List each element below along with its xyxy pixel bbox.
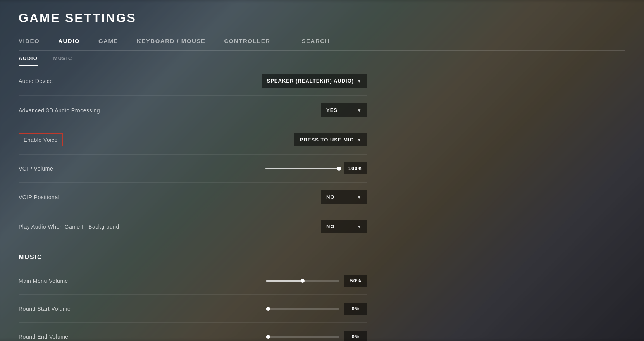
setting-row-round-start-volume: Round Start Volume 0% [19, 295, 367, 323]
dropdown-advanced-3d-audio[interactable]: YES ▼ [321, 103, 367, 117]
setting-control-audio-device: SPEAKER (REALTEK(R) AUDIO) ▼ [262, 74, 368, 88]
voip-volume-slider-fill [265, 168, 339, 169]
setting-row-audio-device: Audio Device SPEAKER (REALTEK(R) AUDIO) … [19, 66, 367, 96]
tab-game[interactable]: Game [89, 34, 127, 50]
setting-row-enable-voice: Enable Voice PRESS TO USE MIC ▼ [19, 125, 367, 155]
setting-control-voip-volume: 100% [265, 162, 367, 174]
music-section-header: Music [19, 241, 367, 267]
round-end-volume-slider-thumb[interactable] [266, 335, 270, 339]
header: GAME SETTINGS Video Audio Game Keyboard … [0, 0, 644, 51]
setting-control-advanced-3d-audio: YES ▼ [321, 103, 367, 117]
search-button[interactable]: Search [293, 34, 336, 50]
setting-label-audio-device: Audio Device [19, 78, 53, 84]
setting-control-round-start-volume: 0% [266, 303, 367, 315]
voip-volume-slider-track[interactable] [265, 168, 339, 169]
dropdown-play-audio-background[interactable]: NO ▼ [321, 220, 367, 233]
tab-audio[interactable]: Audio [49, 34, 89, 50]
page-title: GAME SETTINGS [19, 11, 625, 25]
setting-row-voip-volume: VOIP Volume 100% [19, 155, 367, 183]
setting-control-enable-voice: PRESS TO USE MIC ▼ [294, 133, 367, 146]
setting-control-play-audio-background: NO ▼ [321, 220, 367, 233]
round-start-volume-slider-track[interactable] [266, 308, 339, 310]
main-menu-volume-slider-fill [266, 280, 303, 282]
setting-control-main-menu-volume: 50% [266, 275, 367, 287]
dropdown-voip-positional[interactable]: NO ▼ [321, 190, 367, 204]
search-label: Search [302, 38, 330, 44]
tab-keyboard-mouse[interactable]: Keyboard / Mouse [127, 34, 215, 50]
setting-label-round-end-volume: Round End Volume [19, 334, 69, 340]
chevron-down-icon: ▼ [357, 195, 362, 200]
main-menu-volume-value: 50% [344, 275, 367, 287]
round-start-volume-value: 0% [344, 303, 367, 315]
round-start-volume-slider-thumb[interactable] [266, 307, 270, 311]
setting-row-advanced-3d-audio: Advanced 3D Audio Processing YES ▼ [19, 96, 367, 125]
main-menu-volume-slider-track[interactable] [266, 280, 339, 282]
setting-label-play-audio-background: Play Audio When Game In Background [19, 224, 119, 230]
setting-row-round-end-volume: Round End Volume 0% [19, 323, 367, 341]
setting-label-voip-volume: VOIP Volume [19, 165, 53, 172]
settings-panel: Audio Device SPEAKER (REALTEK(R) AUDIO) … [19, 66, 367, 341]
sub-nav: Audio Music [0, 51, 644, 66]
setting-label-main-menu-volume: Main Menu Volume [19, 278, 68, 284]
setting-row-voip-positional: VOIP Positional NO ▼ [19, 183, 367, 212]
round-end-volume-slider-track[interactable] [266, 336, 339, 338]
voip-volume-slider-thumb[interactable] [337, 167, 341, 170]
sub-tab-music[interactable]: Music [53, 51, 81, 66]
settings-content: Audio Device SPEAKER (REALTEK(R) AUDIO) … [0, 66, 644, 341]
chevron-down-icon: ▼ [357, 78, 362, 84]
voip-volume-value: 100% [344, 162, 367, 174]
setting-row-play-audio-background: Play Audio When Game In Background NO ▼ [19, 212, 367, 241]
chevron-down-icon: ▼ [357, 108, 362, 113]
dropdown-enable-voice[interactable]: PRESS TO USE MIC ▼ [294, 133, 367, 146]
setting-label-round-start-volume: Round Start Volume [19, 306, 71, 312]
tab-controller[interactable]: Controller [215, 34, 279, 50]
setting-control-round-end-volume: 0% [266, 331, 367, 341]
main-menu-volume-slider-thumb[interactable] [301, 279, 305, 283]
setting-label-advanced-3d-audio: Advanced 3D Audio Processing [19, 107, 100, 114]
nav-divider [286, 36, 286, 43]
setting-label-enable-voice: Enable Voice [19, 133, 63, 146]
setting-control-voip-positional: NO ▼ [321, 190, 367, 204]
tab-video[interactable]: Video [19, 34, 49, 50]
chevron-down-icon: ▼ [357, 137, 362, 143]
setting-label-voip-positional: VOIP Positional [19, 194, 59, 200]
main-nav: Video Audio Game Keyboard / Mouse Contro… [19, 34, 625, 51]
chevron-down-icon: ▼ [357, 224, 362, 229]
app-container: GAME SETTINGS Video Audio Game Keyboard … [0, 0, 644, 341]
sub-tab-audio[interactable]: Audio [19, 51, 47, 66]
round-end-volume-value: 0% [344, 331, 367, 341]
setting-row-main-menu-volume: Main Menu Volume 50% [19, 267, 367, 295]
dropdown-audio-device[interactable]: SPEAKER (REALTEK(R) AUDIO) ▼ [262, 74, 368, 88]
